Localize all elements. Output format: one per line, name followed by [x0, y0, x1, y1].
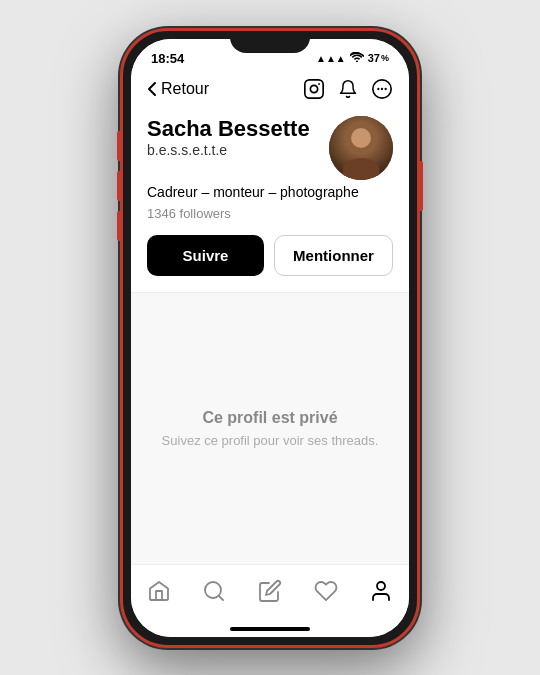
content-area: Ce profil est privé Suivez ce profil pou… [131, 292, 409, 564]
nav-home[interactable] [137, 575, 181, 607]
top-nav: Retour [131, 70, 409, 108]
home-icon [147, 579, 171, 603]
phone-screen: 18:54 ▲▲▲ 37% Retour [131, 39, 409, 637]
nav-profile[interactable] [359, 575, 403, 607]
bell-icon[interactable] [337, 78, 359, 100]
back-label: Retour [161, 80, 209, 98]
nav-icons [303, 78, 393, 100]
notch [230, 31, 310, 53]
private-title: Ce profil est privé [202, 409, 337, 427]
bottom-nav [131, 564, 409, 627]
followers-count[interactable]: 1346 followers [147, 206, 393, 221]
phone-frame: 18:54 ▲▲▲ 37% Retour [120, 28, 420, 648]
instagram-icon[interactable] [303, 78, 325, 100]
status-time: 18:54 [151, 51, 184, 66]
profile-area: Sacha Bessette b.e.s.s.e.t.t.e Cadreur –… [131, 108, 409, 292]
home-bar [131, 627, 409, 637]
svg-line-8 [219, 595, 223, 599]
follow-button[interactable]: Suivre [147, 235, 264, 276]
svg-point-9 [377, 582, 385, 590]
signal-icon: ▲▲▲ [316, 53, 346, 64]
battery-icon: 37% [368, 52, 389, 64]
svg-point-1 [310, 85, 317, 92]
back-button[interactable]: Retour [147, 80, 209, 98]
nav-compose[interactable] [248, 575, 292, 607]
profile-header: Sacha Bessette b.e.s.s.e.t.t.e [147, 116, 393, 180]
svg-point-2 [318, 83, 320, 85]
search-icon [202, 579, 226, 603]
action-buttons: Suivre Mentionner [147, 235, 393, 276]
profile-username: b.e.s.s.e.t.t.e [147, 142, 310, 158]
nav-search[interactable] [192, 575, 236, 607]
avatar-image [329, 116, 393, 180]
chevron-left-icon [147, 81, 157, 97]
mention-button[interactable]: Mentionner [274, 235, 393, 276]
wifi-icon [350, 52, 364, 64]
nav-heart[interactable] [304, 575, 348, 607]
home-indicator [230, 627, 310, 631]
avatar [329, 116, 393, 180]
profile-name: Sacha Bessette [147, 116, 310, 142]
status-icons: ▲▲▲ 37% [316, 52, 389, 64]
more-icon[interactable] [371, 78, 393, 100]
private-subtitle: Suivez ce profil pour voir ses threads. [162, 433, 379, 448]
compose-icon [258, 579, 282, 603]
svg-rect-0 [305, 79, 323, 97]
profile-bio: Cadreur – monteur – photographe [147, 184, 393, 200]
profile-icon [369, 579, 393, 603]
heart-icon [314, 579, 338, 603]
profile-info: Sacha Bessette b.e.s.s.e.t.t.e [147, 116, 310, 162]
